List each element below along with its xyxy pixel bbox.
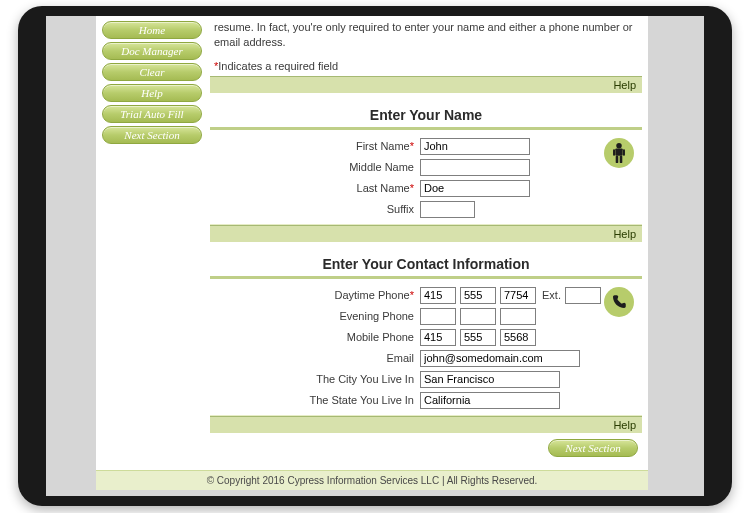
city-input[interactable] [420,371,560,388]
content: resume. In fact, you're only required to… [210,16,642,457]
nav-home[interactable]: Home [102,21,202,39]
mobile-phone-a[interactable] [420,329,456,346]
evening-phone-label: Evening Phone [214,310,420,322]
section-name: Enter Your Name First Name* Middle Name [210,101,642,242]
daytime-phone-a[interactable] [420,287,456,304]
help-link-contact[interactable]: Help [210,416,642,433]
tablet-frame: Home Doc Manager Clear Help Trial Auto F… [18,6,732,506]
intro: resume. In fact, you're only required to… [210,16,642,93]
screen: Home Doc Manager Clear Help Trial Auto F… [46,16,704,496]
svg-point-0 [616,143,622,149]
section-name-body: First Name* Middle Name Last Name* [210,127,642,225]
mobile-phone-b[interactable] [460,329,496,346]
email-input[interactable] [420,350,580,367]
daytime-phone-ext[interactable] [565,287,601,304]
nav-doc-manager[interactable]: Doc Manager [102,42,202,60]
state-input[interactable] [420,392,560,409]
evening-phone-b[interactable] [460,308,496,325]
svg-rect-4 [616,155,619,162]
intro-line2: resume. In fact, you're only required to… [210,16,642,56]
page-gutter: Home Doc Manager Clear Help Trial Auto F… [46,16,704,496]
state-label: The State You Live In [214,394,420,406]
suffix-label: Suffix [214,203,420,215]
last-name-label: Last Name* [214,182,420,194]
section-name-title: Enter Your Name [210,101,642,127]
daytime-phone-b[interactable] [460,287,496,304]
first-name-input[interactable] [420,138,530,155]
sidebar: Home Doc Manager Clear Help Trial Auto F… [102,21,202,147]
evening-phone-c[interactable] [500,308,536,325]
next-section-button[interactable]: Next Section [548,439,638,457]
nav-trial-auto-fill[interactable]: Trial Auto Fill [102,105,202,123]
middle-name-label: Middle Name [214,161,420,173]
daytime-phone-c[interactable] [500,287,536,304]
page: Home Doc Manager Clear Help Trial Auto F… [96,16,648,470]
required-note: *Indicates a required field [210,56,642,76]
section-contact-title: Enter Your Contact Information [210,250,642,276]
help-link-intro[interactable]: Help [210,76,642,93]
city-label: The City You Live In [214,373,420,385]
mobile-phone-label: Mobile Phone [214,331,420,343]
last-name-input[interactable] [420,180,530,197]
svg-rect-2 [613,149,615,155]
ext-label: Ext. [542,289,561,301]
footer-text: © Copyright 2016 Cypress Information Ser… [207,475,538,486]
nav-clear[interactable]: Clear [102,63,202,81]
evening-phone-a[interactable] [420,308,456,325]
nav-help[interactable]: Help [102,84,202,102]
section-contact-body: Daytime Phone* Ext. Evening Phone [210,276,642,416]
footer: © Copyright 2016 Cypress Information Ser… [96,470,648,490]
suffix-input[interactable] [420,201,475,218]
person-icon [604,138,634,168]
middle-name-input[interactable] [420,159,530,176]
actions: Next Section [210,433,642,457]
mobile-phone-c[interactable] [500,329,536,346]
svg-rect-5 [620,155,623,162]
section-contact: Enter Your Contact Information Daytime P… [210,250,642,433]
daytime-phone-label: Daytime Phone* [214,289,420,301]
help-link-name[interactable]: Help [210,225,642,242]
svg-rect-3 [623,149,625,155]
required-text: Indicates a required field [218,60,338,72]
svg-rect-1 [615,148,622,155]
first-name-label: First Name* [214,140,420,152]
phone-icon [604,287,634,317]
email-label: Email [214,352,420,364]
nav-next-section[interactable]: Next Section [102,126,202,144]
